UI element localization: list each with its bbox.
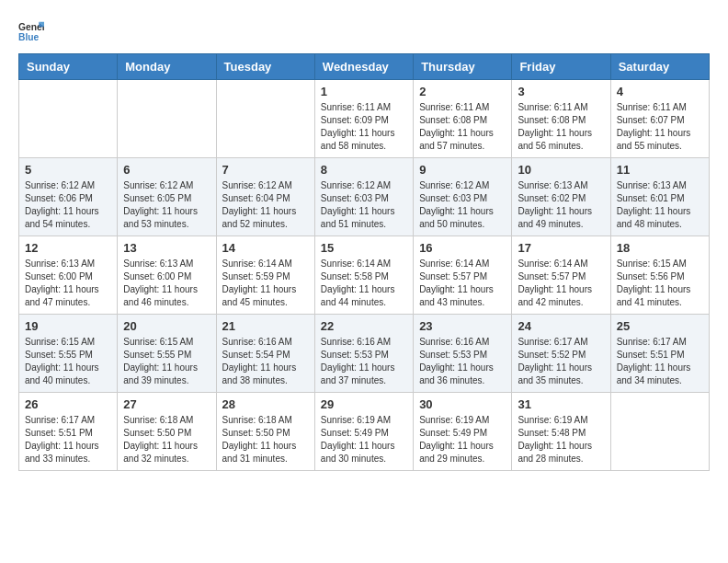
day-info: Sunrise: 6:12 AM Sunset: 6:05 PM Dayligh… xyxy=(123,179,210,231)
calendar-cell: 27Sunrise: 6:18 AM Sunset: 5:50 PM Dayli… xyxy=(118,393,216,471)
day-number: 9 xyxy=(419,163,506,177)
calendar-week-row: 5Sunrise: 6:12 AM Sunset: 6:06 PM Daylig… xyxy=(19,158,710,236)
day-info: Sunrise: 6:17 AM Sunset: 5:51 PM Dayligh… xyxy=(617,336,703,387)
day-number: 5 xyxy=(25,163,111,177)
calendar-cell: 11Sunrise: 6:13 AM Sunset: 6:01 PM Dayli… xyxy=(610,158,709,236)
day-info: Sunrise: 6:11 AM Sunset: 6:07 PM Dayligh… xyxy=(617,101,703,153)
day-number: 18 xyxy=(617,241,703,255)
day-number: 3 xyxy=(518,85,604,98)
day-number: 26 xyxy=(25,397,111,411)
day-number: 15 xyxy=(321,241,407,255)
day-number: 17 xyxy=(518,241,604,255)
column-header-wednesday: Wednesday xyxy=(314,54,413,80)
day-info: Sunrise: 6:19 AM Sunset: 5:48 PM Dayligh… xyxy=(518,414,604,465)
calendar-cell: 31Sunrise: 6:19 AM Sunset: 5:48 PM Dayli… xyxy=(512,393,610,471)
calendar-cell: 30Sunrise: 6:19 AM Sunset: 5:49 PM Dayli… xyxy=(414,393,512,471)
calendar-cell xyxy=(216,80,314,158)
day-number: 10 xyxy=(518,163,604,177)
day-number: 29 xyxy=(321,397,407,411)
day-number: 28 xyxy=(222,397,309,411)
svg-text:Blue: Blue xyxy=(18,32,40,42)
calendar-cell: 17Sunrise: 6:14 AM Sunset: 5:57 PM Dayli… xyxy=(512,236,610,315)
calendar-cell: 14Sunrise: 6:14 AM Sunset: 5:59 PM Dayli… xyxy=(216,236,314,315)
column-header-thursday: Thursday xyxy=(414,54,512,80)
page-header: General Blue xyxy=(18,18,710,44)
column-header-sunday: Sunday xyxy=(19,54,118,80)
calendar-cell: 28Sunrise: 6:18 AM Sunset: 5:50 PM Dayli… xyxy=(216,393,314,471)
calendar-cell xyxy=(610,393,709,471)
calendar-cell: 23Sunrise: 6:16 AM Sunset: 5:53 PM Dayli… xyxy=(414,315,512,393)
day-info: Sunrise: 6:11 AM Sunset: 6:08 PM Dayligh… xyxy=(419,101,506,153)
calendar-cell: 6Sunrise: 6:12 AM Sunset: 6:05 PM Daylig… xyxy=(118,158,216,236)
day-info: Sunrise: 6:11 AM Sunset: 6:08 PM Dayligh… xyxy=(518,101,604,153)
day-info: Sunrise: 6:16 AM Sunset: 5:53 PM Dayligh… xyxy=(419,336,506,387)
day-number: 8 xyxy=(321,163,407,177)
calendar-cell: 9Sunrise: 6:12 AM Sunset: 6:03 PM Daylig… xyxy=(414,158,512,236)
day-number: 31 xyxy=(518,397,604,411)
calendar-cell: 20Sunrise: 6:15 AM Sunset: 5:55 PM Dayli… xyxy=(118,315,216,393)
day-number: 13 xyxy=(123,241,210,255)
day-number: 24 xyxy=(518,319,604,333)
day-info: Sunrise: 6:14 AM Sunset: 5:58 PM Dayligh… xyxy=(321,258,407,309)
calendar-cell: 22Sunrise: 6:16 AM Sunset: 5:53 PM Dayli… xyxy=(314,315,413,393)
calendar-cell: 29Sunrise: 6:19 AM Sunset: 5:49 PM Dayli… xyxy=(314,393,413,471)
day-info: Sunrise: 6:13 AM Sunset: 6:01 PM Dayligh… xyxy=(617,179,703,231)
column-header-friday: Friday xyxy=(512,54,610,80)
column-header-tuesday: Tuesday xyxy=(216,54,314,80)
calendar-cell: 1Sunrise: 6:11 AM Sunset: 6:09 PM Daylig… xyxy=(314,80,413,158)
calendar-week-row: 19Sunrise: 6:15 AM Sunset: 5:55 PM Dayli… xyxy=(19,315,710,393)
day-info: Sunrise: 6:14 AM Sunset: 5:57 PM Dayligh… xyxy=(419,258,506,309)
calendar-cell: 4Sunrise: 6:11 AM Sunset: 6:07 PM Daylig… xyxy=(610,80,709,158)
day-number: 27 xyxy=(123,397,210,411)
calendar-cell: 7Sunrise: 6:12 AM Sunset: 6:04 PM Daylig… xyxy=(216,158,314,236)
calendar-cell: 10Sunrise: 6:13 AM Sunset: 6:02 PM Dayli… xyxy=(512,158,610,236)
day-number: 16 xyxy=(419,241,506,255)
day-info: Sunrise: 6:15 AM Sunset: 5:55 PM Dayligh… xyxy=(123,336,210,387)
day-number: 11 xyxy=(617,163,703,177)
day-number: 30 xyxy=(419,397,506,411)
calendar-table: SundayMondayTuesdayWednesdayThursdayFrid… xyxy=(18,53,710,471)
calendar-cell: 13Sunrise: 6:13 AM Sunset: 6:00 PM Dayli… xyxy=(118,236,216,315)
day-info: Sunrise: 6:16 AM Sunset: 5:54 PM Dayligh… xyxy=(222,336,309,387)
day-number: 6 xyxy=(123,163,210,177)
day-number: 21 xyxy=(222,319,309,333)
calendar-week-row: 26Sunrise: 6:17 AM Sunset: 5:51 PM Dayli… xyxy=(19,393,710,471)
calendar-cell: 26Sunrise: 6:17 AM Sunset: 5:51 PM Dayli… xyxy=(19,393,118,471)
day-info: Sunrise: 6:13 AM Sunset: 6:02 PM Dayligh… xyxy=(518,179,604,231)
column-header-saturday: Saturday xyxy=(610,54,709,80)
column-header-monday: Monday xyxy=(118,54,216,80)
calendar-cell: 18Sunrise: 6:15 AM Sunset: 5:56 PM Dayli… xyxy=(610,236,709,315)
day-info: Sunrise: 6:15 AM Sunset: 5:56 PM Dayligh… xyxy=(617,258,703,309)
day-info: Sunrise: 6:13 AM Sunset: 6:00 PM Dayligh… xyxy=(123,258,210,309)
calendar-cell xyxy=(118,80,216,158)
logo: General Blue xyxy=(18,18,50,44)
calendar-cell: 15Sunrise: 6:14 AM Sunset: 5:58 PM Dayli… xyxy=(314,236,413,315)
day-number: 22 xyxy=(321,319,407,333)
day-number: 2 xyxy=(419,85,506,98)
day-info: Sunrise: 6:12 AM Sunset: 6:03 PM Dayligh… xyxy=(419,179,506,231)
day-number: 1 xyxy=(321,85,407,98)
calendar-cell: 3Sunrise: 6:11 AM Sunset: 6:08 PM Daylig… xyxy=(512,80,610,158)
day-number: 14 xyxy=(222,241,309,255)
day-info: Sunrise: 6:14 AM Sunset: 5:59 PM Dayligh… xyxy=(222,258,309,309)
calendar-cell: 8Sunrise: 6:12 AM Sunset: 6:03 PM Daylig… xyxy=(314,158,413,236)
calendar-cell: 16Sunrise: 6:14 AM Sunset: 5:57 PM Dayli… xyxy=(414,236,512,315)
day-number: 23 xyxy=(419,319,506,333)
day-number: 20 xyxy=(123,319,210,333)
day-info: Sunrise: 6:19 AM Sunset: 5:49 PM Dayligh… xyxy=(419,414,506,465)
day-number: 12 xyxy=(25,241,111,255)
day-number: 25 xyxy=(617,319,703,333)
day-info: Sunrise: 6:17 AM Sunset: 5:52 PM Dayligh… xyxy=(518,336,604,387)
day-number: 19 xyxy=(25,319,111,333)
logo-icon: General Blue xyxy=(18,18,44,44)
day-info: Sunrise: 6:12 AM Sunset: 6:03 PM Dayligh… xyxy=(321,179,407,231)
day-info: Sunrise: 6:18 AM Sunset: 5:50 PM Dayligh… xyxy=(123,414,210,465)
day-info: Sunrise: 6:19 AM Sunset: 5:49 PM Dayligh… xyxy=(321,414,407,465)
day-info: Sunrise: 6:12 AM Sunset: 6:06 PM Dayligh… xyxy=(25,179,111,231)
calendar-cell: 25Sunrise: 6:17 AM Sunset: 5:51 PM Dayli… xyxy=(610,315,709,393)
calendar-cell: 2Sunrise: 6:11 AM Sunset: 6:08 PM Daylig… xyxy=(414,80,512,158)
calendar-cell: 5Sunrise: 6:12 AM Sunset: 6:06 PM Daylig… xyxy=(19,158,118,236)
day-number: 4 xyxy=(617,85,703,98)
day-info: Sunrise: 6:13 AM Sunset: 6:00 PM Dayligh… xyxy=(25,258,111,309)
calendar-cell: 24Sunrise: 6:17 AM Sunset: 5:52 PM Dayli… xyxy=(512,315,610,393)
